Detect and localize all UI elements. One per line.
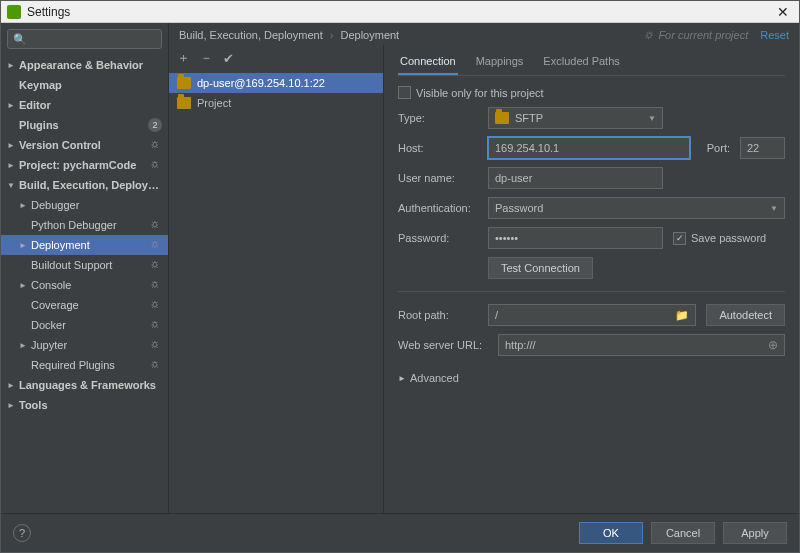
- autodetect-button[interactable]: Autodetect: [706, 304, 785, 326]
- chevron-right-icon: ►: [398, 374, 406, 383]
- sidebar-item[interactable]: Required Plugins⛭: [1, 355, 168, 375]
- remove-icon[interactable]: －: [200, 49, 213, 67]
- tree-arrow-icon: ►: [7, 101, 19, 110]
- divider: [398, 291, 785, 292]
- open-url-icon[interactable]: ⊕: [762, 338, 784, 352]
- sidebar-item-label: Build, Execution, Deployment: [19, 179, 162, 191]
- user-name-label: User name:: [398, 172, 478, 184]
- sidebar-item[interactable]: Buildout Support⛭: [1, 255, 168, 275]
- sidebar-item-label: Python Debugger: [31, 219, 150, 231]
- sidebar-item[interactable]: ►Tools: [1, 395, 168, 415]
- sidebar-item-label: Languages & Frameworks: [19, 379, 162, 391]
- search-icon: 🔍: [13, 33, 27, 46]
- workspace-icon: ⛭: [150, 319, 162, 331]
- browse-icon[interactable]: 📁: [669, 309, 695, 322]
- search-input[interactable]: [7, 29, 162, 49]
- check-icon[interactable]: ✔: [223, 51, 234, 66]
- web-server-url-label: Web server URL:: [398, 339, 488, 351]
- web-server-url-input[interactable]: [499, 339, 762, 351]
- chevron-down-icon: ▼: [648, 114, 656, 123]
- main-panel: Build, Execution, Deployment › Deploymen…: [169, 23, 799, 513]
- tab-mappings[interactable]: Mappings: [474, 51, 526, 75]
- tree-arrow-icon: ►: [7, 61, 19, 70]
- port-input[interactable]: [740, 137, 785, 159]
- dialog-footer: ? OK Cancel Apply: [1, 513, 799, 552]
- tab-excluded-paths[interactable]: Excluded Paths: [541, 51, 621, 75]
- workspace-icon: ⛭: [150, 159, 162, 171]
- visible-only-label: Visible only for this project: [416, 87, 544, 99]
- help-button[interactable]: ?: [13, 524, 31, 542]
- authentication-select[interactable]: Password ▼: [488, 197, 785, 219]
- visible-only-checkbox[interactable]: Visible only for this project: [398, 86, 544, 99]
- sidebar-item-label: Editor: [19, 99, 162, 111]
- sidebar-item[interactable]: ►Appearance & Behavior: [1, 55, 168, 75]
- sidebar-item-label: Deployment: [31, 239, 150, 251]
- workspace-icon: ⛭: [150, 339, 162, 351]
- sidebar-item[interactable]: Docker⛭: [1, 315, 168, 335]
- test-connection-button[interactable]: Test Connection: [488, 257, 593, 279]
- server-item-label: Project: [197, 97, 231, 109]
- connection-form: Connection Mappings Excluded Paths Visib…: [384, 45, 799, 513]
- workspace-icon: ⛭: [150, 219, 162, 231]
- root-path-label: Root path:: [398, 309, 478, 321]
- workspace-icon: ⛭: [643, 29, 654, 41]
- sidebar-item[interactable]: Plugins2: [1, 115, 168, 135]
- sidebar-item[interactable]: ►Debugger: [1, 195, 168, 215]
- sidebar-item[interactable]: ►Languages & Frameworks: [1, 375, 168, 395]
- sidebar-item[interactable]: ►Deployment⛭: [1, 235, 168, 255]
- port-label: Port:: [700, 142, 730, 154]
- sidebar-item-label: Plugins: [19, 119, 148, 131]
- sidebar-item[interactable]: ▼Build, Execution, Deployment: [1, 175, 168, 195]
- topbar: Build, Execution, Deployment › Deploymen…: [169, 23, 799, 45]
- sidebar-item-label: Appearance & Behavior: [19, 59, 162, 71]
- sidebar-item[interactable]: ►Jupyter⛭: [1, 335, 168, 355]
- authentication-label: Authentication:: [398, 202, 478, 214]
- server-item[interactable]: Project: [169, 93, 383, 113]
- type-select[interactable]: SFTP ▼: [488, 107, 663, 129]
- checkbox-icon: [398, 86, 411, 99]
- tab-connection[interactable]: Connection: [398, 51, 458, 75]
- server-item[interactable]: dp-user@169.254.10.1:22: [169, 73, 383, 93]
- form-tabs: Connection Mappings Excluded Paths: [398, 51, 785, 76]
- sidebar-item-label: Keymap: [19, 79, 162, 91]
- add-icon[interactable]: ＋: [177, 49, 190, 67]
- server-toolbar: ＋ － ✔: [169, 45, 383, 73]
- checkbox-icon: ✓: [673, 232, 686, 245]
- save-password-checkbox[interactable]: ✓ Save password: [673, 232, 766, 245]
- tree-arrow-icon: ►: [19, 281, 31, 290]
- settings-tree: ►Appearance & BehaviorKeymap►EditorPlugi…: [1, 55, 168, 513]
- sidebar-item[interactable]: ►Editor: [1, 95, 168, 115]
- sidebar-item[interactable]: ►Project: pycharmCode⛭: [1, 155, 168, 175]
- server-list: dp-user@169.254.10.1:22Project: [169, 73, 383, 113]
- sidebar-item[interactable]: ►Console⛭: [1, 275, 168, 295]
- sidebar-item-label: Version Control: [19, 139, 150, 151]
- titlebar: Settings ✕: [1, 1, 799, 23]
- close-icon[interactable]: ✕: [773, 4, 793, 20]
- sidebar-item-label: Project: pycharmCode: [19, 159, 150, 171]
- cancel-button[interactable]: Cancel: [651, 522, 715, 544]
- host-input[interactable]: [488, 137, 690, 159]
- servers-panel: ＋ － ✔ dp-user@169.254.10.1:22Project: [169, 45, 384, 513]
- password-label: Password:: [398, 232, 478, 244]
- tree-arrow-icon: ►: [19, 341, 31, 350]
- advanced-toggle[interactable]: ► Advanced: [398, 368, 785, 388]
- for-current-project-hint: ⛭ For current project: [643, 29, 748, 41]
- reset-link[interactable]: Reset: [760, 29, 789, 41]
- workspace-icon: ⛭: [150, 239, 162, 251]
- sidebar-item-label: Docker: [31, 319, 150, 331]
- root-path-input[interactable]: [489, 309, 669, 321]
- sftp-icon: [495, 112, 509, 124]
- web-server-url-field: ⊕: [498, 334, 785, 356]
- sidebar-item-label: Tools: [19, 399, 162, 411]
- sidebar-item[interactable]: Keymap: [1, 75, 168, 95]
- ok-button[interactable]: OK: [579, 522, 643, 544]
- sidebar-item[interactable]: ►Version Control⛭: [1, 135, 168, 155]
- sidebar-item[interactable]: Python Debugger⛭: [1, 215, 168, 235]
- sidebar-item[interactable]: Coverage⛭: [1, 295, 168, 315]
- window-title: Settings: [27, 5, 773, 19]
- password-input[interactable]: [488, 227, 663, 249]
- server-icon: [177, 97, 191, 109]
- apply-button[interactable]: Apply: [723, 522, 787, 544]
- type-label: Type:: [398, 112, 478, 124]
- user-name-input[interactable]: [488, 167, 663, 189]
